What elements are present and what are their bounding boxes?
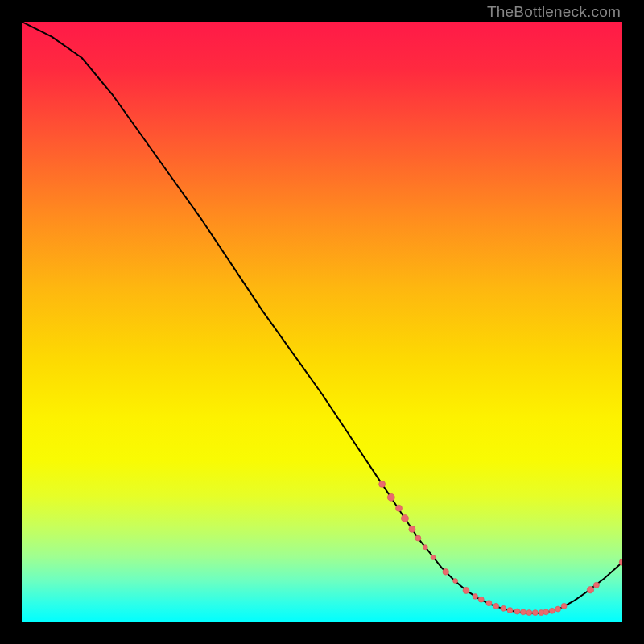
chart-container: TheBottleneck.com <box>0 0 644 644</box>
watermark-text: TheBottleneck.com <box>487 3 621 21</box>
plot-gradient-background <box>22 22 622 622</box>
